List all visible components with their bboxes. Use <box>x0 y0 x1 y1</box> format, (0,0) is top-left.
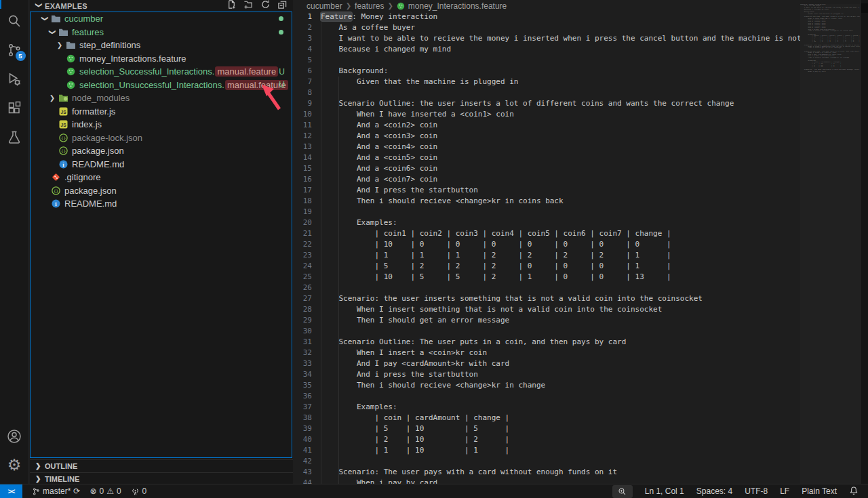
code-text: Scenario Outline: The user puts in a coi… <box>321 337 626 348</box>
code-line[interactable]: 35 Then i should recieve <change>kr in c… <box>293 380 868 391</box>
code-line[interactable]: 3 I want to be able to recieve the money… <box>293 33 868 44</box>
remote-indicator[interactable]: >< <box>0 484 22 498</box>
code-line[interactable]: 10 When I have inserted a <coin1> coin <box>293 109 868 120</box>
breadcrumb-folder[interactable]: cucumber <box>307 1 342 11</box>
code-line[interactable]: 2 As a coffee buyer <box>293 22 868 33</box>
sync-icon[interactable]: ⟳ <box>73 486 80 496</box>
tree-item[interactable]: selection_Unsuccessful_Interactions.manu… <box>31 79 292 92</box>
code-line[interactable]: 37 Examples: <box>293 402 868 413</box>
indentation[interactable]: Spaces: 4 <box>696 486 732 496</box>
tree-item[interactable]: JSindex.js <box>31 118 292 131</box>
code-line[interactable]: 27 Scenario: the user inserts something … <box>293 293 868 304</box>
settings-gear-icon[interactable]: ⚙ <box>0 451 29 480</box>
search-icon[interactable] <box>0 6 29 35</box>
extensions-icon[interactable] <box>0 94 29 123</box>
new-file-icon[interactable] <box>226 0 237 12</box>
language-mode[interactable]: Plain Text <box>802 486 837 496</box>
tree-item[interactable]: iREADME.md <box>31 158 292 171</box>
scrollbar-thumb[interactable] <box>861 3 868 13</box>
source-control-icon[interactable]: 5 <box>0 35 29 64</box>
code-line[interactable]: 30 <box>293 326 868 337</box>
code-line[interactable]: 28 When I insert something that is not a… <box>293 304 868 315</box>
run-and-debug-icon[interactable] <box>0 64 29 94</box>
code-line[interactable]: 13 And a <coin4> coin <box>293 142 868 152</box>
tree-item[interactable]: ❯cucumber <box>31 12 292 26</box>
chevron-down-icon: ❯ <box>41 14 49 24</box>
outline-panel-header[interactable]: ❯ OUTLINE <box>30 459 293 472</box>
cucumber-icon <box>65 66 76 77</box>
collapse-all-icon[interactable] <box>277 0 288 12</box>
code-line[interactable]: 22 | 10 | 0 | 0 | 0 | 0 | 0 | 0 | 0 | <box>293 239 868 250</box>
code-line[interactable]: 25 | 10 | 5 | 5 | 2 | 1 | 0 | 0 | 13 | <box>293 272 868 283</box>
tree-item[interactable]: ❯features <box>31 26 292 39</box>
code-line[interactable]: 18 Then i should recieve <change>kr in c… <box>293 196 868 207</box>
code-line[interactable]: 14 And a <coin5> coin <box>293 152 868 163</box>
code-line[interactable]: 12 And a <coin3> coin <box>293 131 868 142</box>
code-line[interactable]: 23 | 1 | 1 | 1 | 2 | 2 | 2 | 2 | 1 | <box>293 250 868 261</box>
git-branch-item[interactable]: master* ⟳ <box>32 486 80 496</box>
timeline-panel-header[interactable]: ❯ TIMELINE <box>30 472 293 484</box>
tree-item[interactable]: JSformatter.js <box>31 105 292 119</box>
code-line[interactable]: 24 | 5 | 2 | 2 | 2 | 0 | 0 | 0 | 1 | <box>293 261 868 272</box>
code-line[interactable]: 39 | 5 | 10 | 5 | <box>293 423 868 434</box>
breadcrumb-folder[interactable]: features <box>355 1 384 11</box>
code-line[interactable]: 6 Background: <box>293 66 868 77</box>
editor-scrollbar[interactable] <box>860 0 868 484</box>
code-line[interactable]: 29 Then I should get an error message <box>293 315 868 326</box>
problems-item[interactable]: ⊗ 0 ⚠ 0 <box>90 486 121 496</box>
tree-item[interactable]: {}package.json <box>31 184 292 198</box>
code-line[interactable]: 15 And a <coin6> coin <box>293 163 868 174</box>
code-line[interactable]: 40 | 2 | 10 | 2 | <box>293 434 868 445</box>
code-line[interactable]: 42 <box>293 456 868 467</box>
tree-item[interactable]: ❯step_definitions <box>31 39 292 52</box>
code-line[interactable]: 4 Because i changed my mind <box>293 44 868 55</box>
breadcrumb-file[interactable]: money_Interactions.feature <box>408 1 507 11</box>
code-line[interactable]: 5 <box>293 55 868 66</box>
code-line[interactable]: 16 And a <coin7> coin <box>293 174 868 185</box>
tree-item[interactable]: ❯node_modules <box>31 91 292 105</box>
accounts-icon[interactable] <box>0 421 29 451</box>
code-line[interactable]: 21 | coin1 | coin2 | coin3 | coin4 | coi… <box>293 228 868 239</box>
notifications-bell-icon[interactable] <box>849 486 859 497</box>
code-line[interactable]: 43 Scenario: The user pays with a card w… <box>293 467 868 478</box>
code-line[interactable]: 32 When I insert a <coin>kr coin <box>293 348 868 358</box>
tree-item[interactable]: selection_Successful_Interactions.manual… <box>31 65 292 79</box>
code-line[interactable]: 7 Given that the machine is plugged in <box>293 77 868 87</box>
code-line[interactable]: 8 <box>293 87 868 98</box>
refresh-icon[interactable] <box>260 0 271 12</box>
code-line[interactable]: 26 <box>293 283 868 293</box>
code-line[interactable]: 1Feature: Money interaction <box>293 12 868 22</box>
code-line[interactable]: 38 | coin | cardAmount | change | <box>293 413 868 423</box>
code-line[interactable]: 19 <box>293 207 868 217</box>
encoding[interactable]: UTF-8 <box>745 486 768 496</box>
code-area[interactable]: 1Feature: Money interaction2 As a coffee… <box>293 12 868 484</box>
code-text: Scenario: the user inserts something tha… <box>321 293 703 304</box>
code-line[interactable]: 41 | 1 | 10 | 1 | <box>293 445 868 456</box>
testing-icon[interactable] <box>0 123 29 152</box>
file-tree[interactable]: ❯cucumber❯features❯step_definitionsmoney… <box>30 12 292 458</box>
folder-icon <box>50 14 61 24</box>
code-line[interactable]: 44 When i pay by card <box>293 478 868 484</box>
tree-item[interactable]: {}package.json <box>31 144 292 158</box>
code-line[interactable]: 11 And a <coin2> coin <box>293 120 868 131</box>
tree-item[interactable]: money_Interactions.feature <box>31 52 292 66</box>
code-text: Examples: <box>321 402 397 413</box>
code-line[interactable]: 17 And I press the startbutton <box>293 185 868 196</box>
code-line[interactable]: 9 Scenario Outline: the user inserts a l… <box>293 98 868 109</box>
eol-sequence[interactable]: LF <box>780 486 789 496</box>
code-line[interactable]: 36 <box>293 391 868 402</box>
minimap[interactable]: Feature: Money interaction As a coffee b… <box>800 4 860 484</box>
cursor-position[interactable]: Ln 1, Col 1 <box>645 486 684 496</box>
new-folder-icon[interactable] <box>243 0 254 12</box>
tree-item[interactable]: iREADME.md <box>31 197 292 211</box>
code-line[interactable]: 31 Scenario Outline: The user puts in a … <box>293 337 868 348</box>
ports-item[interactable]: 0 <box>131 486 147 496</box>
code-line[interactable]: 33 And I pay <cardAmount>kr with card <box>293 358 868 369</box>
tree-item[interactable]: {}package-lock.json <box>31 131 292 145</box>
tree-item[interactable]: .gitignore <box>31 171 292 184</box>
zoom-indicator[interactable] <box>612 485 633 498</box>
chevron-down-icon[interactable]: ❯ <box>35 3 43 9</box>
code-line[interactable]: 20 Examples: <box>293 217 868 228</box>
code-line[interactable]: 34 And i press the startbutton <box>293 369 868 380</box>
code-text: | 2 | 10 | 2 | <box>321 434 509 445</box>
